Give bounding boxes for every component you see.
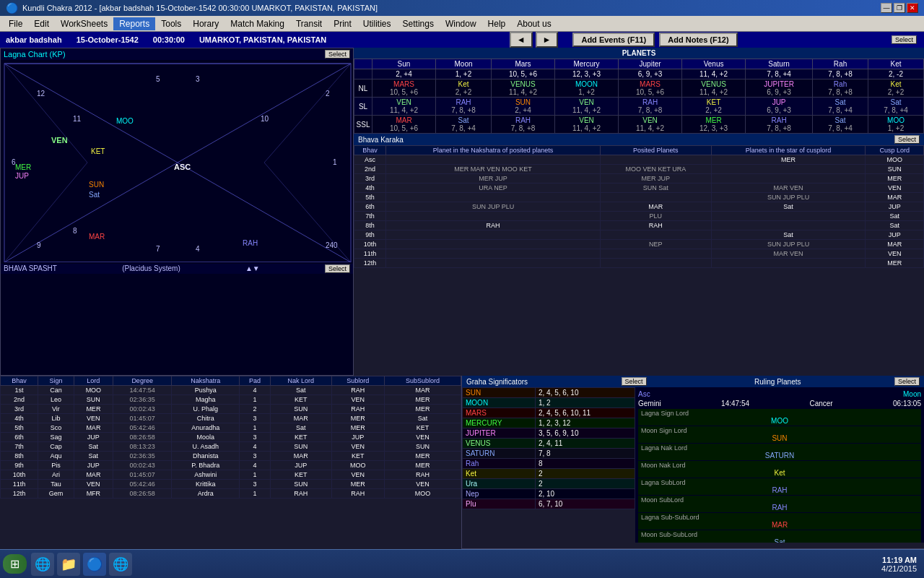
taskbar-ie-icon[interactable]: 🌐 bbox=[31, 553, 54, 576]
lagna-subsublord-value: MAR bbox=[641, 521, 918, 529]
taskbar-chrome-icon[interactable]: 🔵 bbox=[83, 553, 106, 576]
bhava-spasht-table: Bhav Sign Lord Degree Nakshatra Pad Nak … bbox=[0, 376, 461, 499]
start-button[interactable]: ⊞ bbox=[3, 554, 27, 574]
svg-text:4: 4 bbox=[196, 245, 200, 253]
menu-settings[interactable]: Settings bbox=[397, 17, 440, 30]
table-row: 2ndMER MAR VEN MOO KETMOO VEN KET URASUN bbox=[354, 165, 924, 174]
svg-text:ASC: ASC bbox=[174, 163, 191, 171]
menu-aboutus[interactable]: About us bbox=[511, 17, 557, 30]
svg-line-3 bbox=[4, 163, 178, 262]
title-bar: 🔵 Kundli Chakra 2012 - [akbar badshah 15… bbox=[0, 0, 924, 16]
system-date: 4/21/2015 bbox=[881, 564, 917, 573]
table-row: Ura2 bbox=[463, 479, 635, 489]
ruling-select-btn[interactable]: Select bbox=[894, 377, 920, 386]
table-row: 7thPLUSat bbox=[354, 212, 924, 221]
taskbar-network-icon[interactable]: 🌐 bbox=[109, 553, 132, 576]
graha-select-btn[interactable]: Select bbox=[622, 377, 647, 386]
moon-subsublord-value: Sat bbox=[641, 538, 918, 543]
ruling-title-inline: Ruling Planets bbox=[754, 378, 801, 386]
svg-text:5: 5 bbox=[156, 75, 160, 83]
planets-select-btn[interactable]: Select bbox=[892, 35, 917, 44]
graha-header: Graha Significators Select Ruling Planet… bbox=[462, 376, 924, 387]
bhava-label: BHAVA SPASHT bbox=[4, 264, 57, 273]
menu-transit[interactable]: Transit bbox=[290, 17, 328, 30]
table-row: Ket2 bbox=[463, 469, 635, 479]
chart-title: Lagna Chart (KP) bbox=[4, 50, 66, 59]
svg-text:9: 9 bbox=[37, 241, 41, 249]
bhava-karaka-table: Bhav Planet in the Nakshatra of posited … bbox=[354, 145, 924, 268]
svg-text:2: 2 bbox=[326, 90, 330, 98]
table-row: 2ndLeoSUN02:36:35Magha1KETVENMER bbox=[1, 395, 461, 405]
svg-text:7: 7 bbox=[156, 245, 160, 253]
asc-sign-value: Gemini bbox=[638, 400, 661, 407]
placidus-label: (Placidus System) bbox=[122, 264, 180, 273]
table-row: 6thSUN JUP PLUMARSatJUP bbox=[354, 202, 924, 212]
table-row: Plu6, 7, 10 bbox=[463, 499, 635, 509]
planets-header: PLANETS bbox=[354, 48, 924, 59]
table-row: 9thSatJUP bbox=[354, 230, 924, 240]
menu-edit[interactable]: Edit bbox=[28, 17, 55, 30]
close-btn[interactable]: ✕ bbox=[907, 3, 918, 13]
svg-text:MOO: MOO bbox=[116, 117, 134, 125]
table-row: 3rdVirMER00:02:43U. Phalg2SUNRAHMER bbox=[1, 405, 461, 414]
birth-time: 00:30:00 bbox=[153, 35, 185, 44]
menu-window[interactable]: Window bbox=[440, 17, 482, 30]
bhava-select-btn[interactable]: Select bbox=[325, 264, 350, 273]
table-row: 4thURA NEPSUN SatMAR VENVEN bbox=[354, 184, 924, 193]
menu-matchmaking[interactable]: Match Making bbox=[225, 17, 290, 30]
table-row: SATURN7, 8 bbox=[463, 449, 635, 459]
table-row: 10thNEPSUN JUP PLUMAR bbox=[354, 240, 924, 249]
chart-select-btn[interactable]: Select bbox=[325, 50, 350, 59]
svg-text:MER: MER bbox=[15, 163, 31, 171]
table-row: 12thGemMFR08:26:58Ardra1RAHRAHMOO bbox=[1, 489, 461, 499]
svg-line-4 bbox=[178, 163, 351, 262]
menu-horary[interactable]: Horary bbox=[187, 17, 225, 30]
table-row: 1stCanMOO14:47:54Pushya4SatRAHMAR bbox=[1, 386, 461, 395]
menu-help[interactable]: Help bbox=[482, 17, 512, 30]
next-btn[interactable]: ► bbox=[536, 32, 559, 48]
title-controls: — ❐ ✕ bbox=[881, 3, 918, 13]
table-row: 9thPisJUP00:02:43P. Bhadra4JUPMOOMER bbox=[1, 461, 461, 470]
table-row: 12thMER bbox=[354, 259, 924, 268]
moon-sublord-value: RAH bbox=[641, 504, 918, 512]
maximize-btn[interactable]: ❐ bbox=[894, 3, 905, 13]
add-notes-btn[interactable]: Add Notes (F12) bbox=[659, 33, 737, 47]
birth-place: UMARKOT, PAKISTAN, PAKISTAN bbox=[199, 35, 326, 44]
menu-utilities[interactable]: Utilities bbox=[357, 17, 397, 30]
svg-text:11: 11 bbox=[73, 115, 82, 123]
menu-file[interactable]: File bbox=[3, 17, 28, 30]
table-row: MOON1, 2 bbox=[463, 398, 635, 408]
prev-btn[interactable]: ◄ bbox=[510, 32, 533, 48]
person-name: akbar badshah bbox=[6, 35, 62, 44]
asc-label: Asc bbox=[638, 390, 650, 398]
add-events-btn[interactable]: Add Events (F11) bbox=[572, 33, 655, 47]
svg-text:3: 3 bbox=[196, 75, 200, 83]
graha-significators-panel: Graha Significators Select Ruling Planet… bbox=[462, 376, 924, 549]
svg-text:KET: KET bbox=[91, 147, 105, 155]
table-row: Nep2, 10 bbox=[463, 489, 635, 499]
bhava-karaka-panel: Bhava Karaka Select Bhav Planet in the N… bbox=[354, 134, 924, 376]
table-row: MARS2, 4, 5, 6, 10, 11 bbox=[463, 408, 635, 418]
bhava-karaka-select-btn[interactable]: Select bbox=[894, 135, 920, 144]
table-row: JUPITER3, 5, 6, 9, 10 bbox=[463, 428, 635, 439]
taskbar-folder-icon[interactable]: 📁 bbox=[57, 553, 80, 576]
table-row: 3rdMER JUPMER JUPMER bbox=[354, 174, 924, 184]
menu-worksheets[interactable]: WorkSheets bbox=[55, 17, 113, 30]
lagna-chart-svg: 12 5 3 2 6 1 9 7 4 240 11 bbox=[1, 60, 354, 262]
svg-text:1: 1 bbox=[333, 158, 337, 166]
chart-panel: Lagna Chart (KP) Select 12 bbox=[0, 48, 354, 376]
menu-print[interactable]: Print bbox=[328, 17, 357, 30]
table-row: AscMERMOO bbox=[354, 155, 924, 165]
minimize-btn[interactable]: — bbox=[881, 3, 892, 13]
moon-time-value: 06:13:05 bbox=[893, 400, 921, 407]
system-tray: 11:19 AM 4/21/2015 bbox=[874, 553, 924, 576]
menu-tools[interactable]: Tools bbox=[155, 17, 187, 30]
table-row: 11thMAR VENVEN bbox=[354, 249, 924, 259]
table-row: MERCURY1, 2, 3, 12 bbox=[463, 418, 635, 428]
svg-line-32 bbox=[264, 64, 351, 163]
planets-title: PLANETS bbox=[358, 49, 920, 57]
menu-reports[interactable]: Reports bbox=[113, 17, 155, 30]
table-row: 4thLibVEN01:45:07Chitra3MARMERSat bbox=[1, 414, 461, 423]
svg-text:SUN: SUN bbox=[89, 181, 104, 189]
moon-nak-lord-value: Ket bbox=[641, 469, 918, 477]
